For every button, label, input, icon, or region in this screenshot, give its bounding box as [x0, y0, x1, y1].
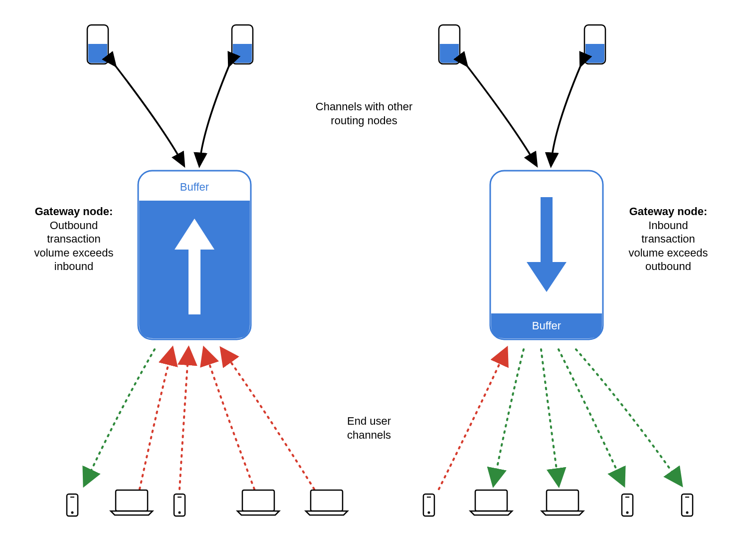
svg-marker-5	[527, 262, 567, 292]
svg-rect-3	[490, 171, 603, 339]
diagram-stage: Buffer Buffer	[0, 0, 756, 543]
laptop-icon	[111, 490, 153, 515]
svg-rect-4	[541, 197, 553, 272]
laptop-icon	[470, 490, 512, 515]
phone-icon	[423, 494, 434, 516]
svg-rect-9	[584, 25, 605, 64]
svg-rect-8	[439, 25, 460, 64]
laptop-icon	[306, 490, 348, 515]
svg-rect-7	[232, 25, 253, 64]
svg-rect-6	[87, 25, 108, 64]
left-gateway-label: Gateway node: Outbound transaction volum…	[19, 205, 129, 273]
canister-icon	[584, 25, 605, 64]
svg-rect-0	[138, 171, 251, 339]
svg-rect-1	[189, 240, 200, 314]
canister-icon	[87, 25, 108, 64]
end-user-channels-label: End user channels	[329, 414, 409, 442]
laptop-icon	[542, 490, 583, 515]
right-gateway-label: Gateway node: Inbound transaction volume…	[613, 205, 723, 273]
canister-icon	[232, 25, 253, 64]
phone-icon	[682, 494, 693, 516]
channels-routing-label: Channels with other routing nodes	[299, 100, 429, 127]
laptop-icon	[237, 490, 279, 515]
phone-icon	[67, 494, 78, 516]
right-buffer-label: Buffer	[490, 319, 603, 332]
left-buffer-label: Buffer	[138, 181, 251, 194]
canister-icon	[439, 25, 460, 64]
phone-icon	[174, 494, 185, 516]
svg-marker-2	[175, 219, 214, 250]
phone-icon	[622, 494, 633, 516]
